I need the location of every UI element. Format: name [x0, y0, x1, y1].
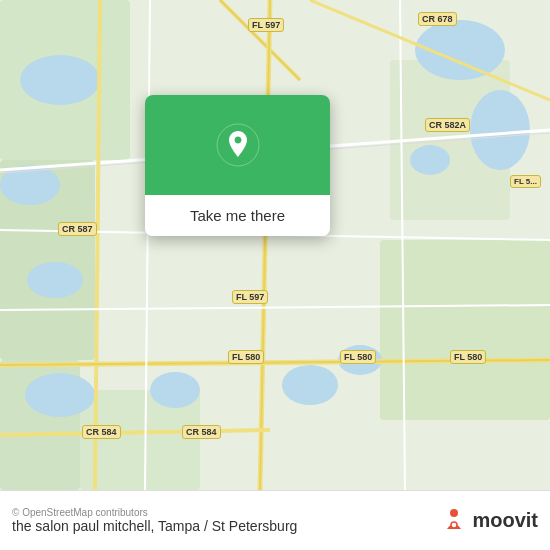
map-container: FL 597 CR 678 FL 597 CR 582A CR 587 FL 5…	[0, 0, 550, 490]
moovit-icon	[440, 507, 468, 535]
svg-rect-5	[380, 240, 550, 420]
road-label-fl5xx: FL 5...	[510, 175, 541, 188]
road-label-fl597-lower: FL 597	[232, 290, 268, 304]
location-text: the salon paul mitchell, Tampa / St Pete…	[12, 518, 440, 534]
popup-card: Take me there	[145, 95, 330, 236]
svg-point-11	[150, 372, 200, 408]
copyright-text: © OpenStreetMap contributors	[12, 507, 440, 518]
location-pin-icon	[216, 123, 260, 167]
svg-point-35	[451, 522, 457, 528]
road-label-fl580-left: FL 580	[228, 350, 264, 364]
road-label-fl580-right: FL 580	[450, 350, 486, 364]
popup-green-area	[145, 95, 330, 195]
moovit-logo: moovit	[440, 507, 538, 535]
road-label-fl597-top: FL 597	[248, 18, 284, 32]
svg-point-7	[20, 55, 100, 105]
svg-point-9	[27, 262, 83, 298]
road-label-fl580-mid: FL 580	[340, 350, 376, 364]
road-label-cr587: CR 587	[58, 222, 97, 236]
road-label-cr584-left: CR 584	[82, 425, 121, 439]
road-label-cr678: CR 678	[418, 12, 457, 26]
take-me-there-button[interactable]: Take me there	[145, 195, 330, 236]
map-svg	[0, 0, 550, 490]
svg-point-16	[410, 145, 450, 175]
road-label-cr582a: CR 582A	[425, 118, 470, 132]
moovit-text: moovit	[472, 509, 538, 532]
svg-point-10	[25, 373, 95, 417]
svg-point-15	[470, 90, 530, 170]
bottom-info: © OpenStreetMap contributors the salon p…	[12, 507, 440, 534]
bottom-bar: © OpenStreetMap contributors the salon p…	[0, 490, 550, 550]
road-label-cr584-right: CR 584	[182, 425, 221, 439]
svg-point-34	[450, 509, 458, 517]
svg-point-12	[282, 365, 338, 405]
